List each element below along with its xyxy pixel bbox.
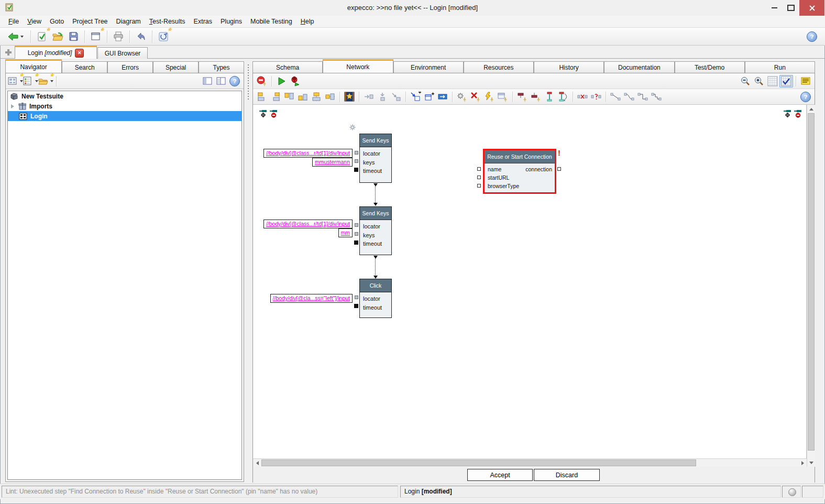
new-action-button[interactable]: ★ — [23, 75, 38, 87]
canvas-vscrollbar[interactable] — [807, 105, 815, 467]
scroll-up-button[interactable] — [807, 105, 815, 113]
input-pin-marker-icon[interactable] — [783, 109, 792, 118]
menu-extras[interactable]: Extras — [190, 16, 216, 28]
web-browser-button[interactable]: ★ — [156, 29, 171, 44]
zoom-in-button[interactable] — [752, 75, 766, 87]
tab-network[interactable]: Network — [323, 59, 393, 73]
align-center-v-button[interactable] — [323, 91, 337, 103]
line-spline-button[interactable] — [622, 91, 636, 103]
remove-breakpoints-button[interactable] — [255, 75, 269, 87]
split-pane-button[interactable] — [214, 75, 228, 87]
step-delete-button[interactable] — [469, 91, 482, 103]
add-pin-button[interactable] — [422, 91, 436, 103]
scroll-down-button[interactable] — [807, 459, 815, 467]
tree-item-login[interactable]: Login — [8, 111, 241, 121]
menu-project-tree[interactable]: Project Tree — [68, 16, 112, 28]
tab-run[interactable]: Run — [745, 61, 815, 73]
network-canvas[interactable]: Send Keys locator keys timeout //body/di… — [253, 105, 807, 458]
back-button[interactable] — [4, 29, 27, 44]
tab-schema[interactable]: Schema — [252, 61, 323, 73]
align-left-button[interactable] — [255, 91, 269, 103]
add-constant-button[interactable] — [436, 91, 449, 103]
hscroll-thumb[interactable] — [261, 459, 696, 466]
print-button[interactable] — [111, 29, 126, 44]
canvas-hscrollbar[interactable] — [253, 458, 807, 467]
menu-file[interactable]: File — [4, 16, 23, 28]
pin-timeout[interactable]: timeout — [363, 167, 391, 176]
scroll-right-button[interactable] — [799, 459, 807, 467]
pin-browsertype[interactable]: browserType — [488, 182, 555, 190]
scroll-left-button[interactable] — [253, 459, 261, 467]
show-grid-button[interactable] — [766, 75, 779, 87]
toolbar-help-button[interactable] — [804, 29, 820, 44]
tab-special[interactable]: Special — [153, 61, 199, 73]
menu-goto[interactable]: Goto — [46, 16, 68, 28]
value-locator[interactable]: //body/div[@class...r/td[1]/div/input — [263, 149, 353, 158]
value-locator[interactable]: //body/div[@class...r/td[1]/div/input — [263, 220, 353, 228]
open-button[interactable] — [50, 29, 65, 44]
block-click[interactable]: Click locator timeout — [359, 279, 392, 318]
pin-timeout[interactable]: timeout — [363, 303, 391, 312]
pin-connector[interactable] — [354, 304, 358, 308]
close-tab-icon[interactable] — [75, 49, 84, 58]
menu-view[interactable]: View — [23, 16, 46, 28]
new-window-button[interactable]: ★ — [88, 29, 104, 44]
run-button[interactable] — [274, 75, 288, 87]
connection-line[interactable] — [375, 184, 376, 203]
input-pin-marker-icon[interactable] — [259, 109, 268, 118]
minimize-button[interactable] — [766, 0, 783, 16]
menu-mobile-testing[interactable]: Mobile Testing — [246, 16, 296, 28]
gear-icon[interactable] — [349, 124, 356, 131]
value-keys[interactable]: mm — [338, 228, 353, 237]
tab-gui-browser[interactable]: GUI Browser — [97, 47, 148, 59]
connection-line[interactable] — [375, 257, 376, 275]
pin-locator[interactable]: locator — [363, 222, 391, 231]
close-button[interactable] — [799, 0, 824, 16]
back-dropdown-icon[interactable] — [20, 36, 24, 39]
step-execute-button[interactable] — [482, 91, 496, 103]
discard-button[interactable]: Discard — [534, 469, 600, 481]
align-bottom-button[interactable] — [296, 91, 310, 103]
tab-search[interactable]: Search — [62, 61, 107, 73]
pin-connector[interactable] — [355, 232, 358, 236]
tree-item-testsuite[interactable]: New Testsuite — [8, 91, 241, 101]
save-button[interactable] — [65, 29, 81, 44]
line-direct-button[interactable] — [609, 91, 622, 103]
move-pin-up-button[interactable] — [515, 91, 529, 103]
tree-item-imports[interactable]: Imports — [8, 101, 241, 111]
distribute-rotate-button[interactable] — [556, 91, 570, 103]
menu-plugins[interactable]: Plugins — [216, 16, 246, 28]
maximize-button[interactable] — [783, 0, 799, 16]
stop-pin-marker-icon[interactable] — [794, 109, 802, 118]
tab-types[interactable]: Types — [199, 61, 244, 73]
tab-errors[interactable]: Errors — [107, 61, 153, 73]
chevron-down-icon[interactable] — [50, 80, 53, 84]
tab-history[interactable]: History — [534, 61, 604, 73]
value-locator[interactable]: //body/div[@cla...ss="left"]/input — [270, 294, 353, 303]
show-log-button[interactable] — [799, 75, 812, 87]
block-send-keys-1[interactable]: Send Keys locator keys timeout — [359, 134, 392, 183]
move-pin-down-button[interactable] — [529, 91, 543, 103]
line-tree-button[interactable] — [650, 91, 663, 103]
undo-button[interactable] — [133, 29, 149, 44]
pin-connection[interactable]: connection — [525, 165, 552, 173]
pin-locator[interactable]: locator — [363, 149, 391, 158]
menu-help[interactable]: Help — [296, 16, 318, 28]
pin-connector[interactable] — [355, 223, 358, 227]
align-right-button[interactable] — [269, 91, 282, 103]
navigator-help-button[interactable] — [228, 75, 241, 87]
menu-diagram[interactable]: Diagram — [112, 16, 145, 28]
accept-button[interactable]: Accept — [467, 469, 533, 481]
new-folder-button[interactable]: ★ — [38, 75, 53, 87]
align-center-h-button[interactable] — [310, 91, 323, 103]
disconnect-pins-button[interactable] — [576, 91, 589, 103]
menu-test-results[interactable]: Test-Results — [145, 16, 190, 28]
tab-environment[interactable]: Environment — [393, 61, 464, 73]
auto-layout-button[interactable] — [343, 91, 356, 103]
zoom-out-button[interactable] — [739, 75, 752, 87]
tab-documentation[interactable]: Documentation — [604, 61, 674, 73]
block-send-keys-2[interactable]: Send Keys locator keys timeout — [359, 206, 392, 255]
step-settings-button[interactable] — [455, 91, 469, 103]
pin-connector[interactable] — [354, 168, 358, 172]
tab-test-demo[interactable]: Test/Demo — [675, 61, 745, 73]
